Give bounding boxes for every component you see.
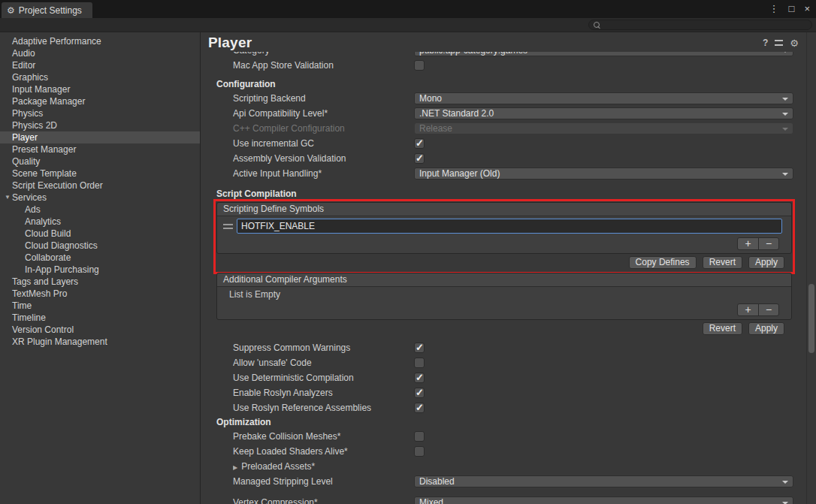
- drag-handle-icon[interactable]: [223, 224, 233, 229]
- compiler-arguments-footer: + −: [217, 302, 791, 319]
- managed-stripping-level-dropdown[interactable]: Disabled: [414, 475, 793, 487]
- maximize-icon[interactable]: □: [789, 3, 795, 14]
- sidebar-item-input-manager[interactable]: Input Manager: [0, 83, 200, 95]
- dropdown-caret-icon: [782, 113, 788, 116]
- panel-header: Player ? ⚙: [201, 32, 806, 52]
- additional-compiler-arguments-section: Additional Compiler Arguments List is Em…: [216, 273, 792, 337]
- sidebar-item-quality[interactable]: Quality: [0, 155, 200, 167]
- scripting-backend-dropdown[interactable]: Mono: [414, 92, 793, 104]
- assembly-version-validation-checkbox[interactable]: [414, 153, 425, 164]
- property-label: Assembly Version Validation: [233, 153, 414, 164]
- dropdown-value: Mono: [419, 93, 442, 104]
- sidebar-item-adaptive-performance[interactable]: Adaptive Performance: [0, 35, 200, 47]
- row-vertex-compression: Vertex Compression* Mixed...: [201, 495, 806, 504]
- sidebar-item-graphics[interactable]: Graphics: [0, 71, 200, 83]
- title-bar: ⚙ Project Settings ⋮ □ ×: [0, 0, 816, 18]
- sidebar-item-version-control[interactable]: Version Control: [0, 324, 200, 336]
- add-define-button[interactable]: +: [738, 238, 758, 249]
- define-symbol-input[interactable]: [237, 219, 782, 234]
- apply-arguments-button[interactable]: Apply: [748, 322, 784, 335]
- api-compatibility-dropdown[interactable]: .NET Standard 2.0: [414, 107, 793, 119]
- use-deterministic-compilation-checkbox[interactable]: [414, 373, 425, 383]
- search-box[interactable]: [588, 20, 812, 30]
- sidebar-item-analytics[interactable]: Analytics: [0, 216, 200, 228]
- dropdown-value: public:app-category:games: [419, 52, 527, 56]
- revert-defines-button[interactable]: Revert: [703, 256, 742, 269]
- mac-app-store-validation-checkbox[interactable]: [414, 60, 425, 71]
- settings-menu-icon[interactable]: ⚙: [790, 38, 799, 49]
- property-label: Keep Loaded Shaders Alive*: [233, 446, 414, 457]
- gear-icon: ⚙: [7, 5, 15, 16]
- sidebar-item-ads[interactable]: Ads: [0, 204, 200, 216]
- scrollable-content: Category public:app-category:games Mac A…: [201, 52, 806, 504]
- sidebar-item-package-manager[interactable]: Package Manager: [0, 95, 200, 107]
- remove-argument-button[interactable]: −: [758, 304, 778, 315]
- row-use-roslyn-reference-assemblies: Use Roslyn Reference Assemblies: [201, 400, 806, 415]
- vertical-scrollbar[interactable]: [806, 32, 816, 504]
- remove-define-button[interactable]: −: [758, 238, 778, 249]
- settings-sidebar: Adaptive Performance Audio Editor Graphi…: [0, 32, 201, 504]
- sidebar-item-services[interactable]: ▼ Services: [0, 192, 200, 204]
- window-menu-icon[interactable]: ⋮: [769, 3, 779, 14]
- allow-unsafe-code-checkbox[interactable]: [414, 358, 425, 368]
- presets-icon[interactable]: [775, 39, 783, 47]
- help-icon[interactable]: ?: [763, 38, 768, 48]
- sidebar-item-physics-2d[interactable]: Physics 2D: [0, 119, 200, 131]
- vertex-compression-dropdown[interactable]: Mixed...: [414, 496, 793, 504]
- sidebar-item-cloud-diagnostics[interactable]: Cloud Diagnostics: [0, 240, 200, 252]
- row-use-deterministic-compilation: Use Deterministic Compilation: [201, 370, 806, 385]
- add-argument-button[interactable]: +: [738, 304, 758, 315]
- sidebar-item-cloud-build[interactable]: Cloud Build: [0, 228, 200, 240]
- close-icon[interactable]: ×: [804, 3, 810, 14]
- tab-project-settings[interactable]: ⚙ Project Settings: [2, 2, 92, 18]
- prebake-collision-meshes-checkbox[interactable]: [414, 431, 425, 442]
- use-roslyn-reference-assemblies-checkbox[interactable]: [414, 403, 425, 413]
- keep-loaded-shaders-alive-checkbox[interactable]: [414, 446, 425, 457]
- sidebar-item-time[interactable]: Time: [0, 300, 200, 312]
- project-settings-window: ⚙ Project Settings ⋮ □ × Adaptive Perfor…: [0, 0, 816, 504]
- use-incremental-gc-checkbox[interactable]: [414, 138, 425, 149]
- row-preloaded-assets[interactable]: ▶Preloaded Assets*: [201, 459, 806, 474]
- row-api-compatibility-level: Api Compatibility Level* .NET Standard 2…: [201, 106, 806, 121]
- page-title: Player: [208, 35, 252, 51]
- sidebar-item-tags-and-layers[interactable]: Tags and Layers: [0, 276, 200, 288]
- sidebar-item-physics[interactable]: Physics: [0, 107, 200, 119]
- property-label: Category: [233, 52, 414, 56]
- cpp-compiler-configuration-dropdown: Release: [414, 122, 793, 134]
- property-label: Use Deterministic Compilation: [233, 373, 414, 383]
- row-allow-unsafe-code: Allow 'unsafe' Code: [201, 355, 806, 370]
- search-icon: [594, 22, 600, 29]
- sidebar-item-scene-template[interactable]: Scene Template: [0, 167, 200, 180]
- sidebar-item-timeline[interactable]: Timeline: [0, 312, 200, 324]
- row-cpp-compiler-configuration: C++ Compiler Configuration Release: [201, 121, 806, 136]
- sidebar-item-player[interactable]: Player: [0, 131, 200, 143]
- sidebar-item-script-execution-order[interactable]: Script Execution Order: [0, 180, 200, 192]
- copy-defines-button[interactable]: Copy Defines: [629, 256, 697, 269]
- sidebar-item-textmesh-pro[interactable]: TextMesh Pro: [0, 288, 200, 300]
- search-input[interactable]: [603, 20, 807, 29]
- apply-defines-button[interactable]: Apply: [748, 256, 784, 269]
- row-scripting-backend: Scripting Backend Mono: [201, 91, 806, 106]
- row-managed-stripping-level: Managed Stripping Level Disabled: [201, 474, 806, 489]
- suppress-common-warnings-checkbox[interactable]: [414, 343, 425, 353]
- row-keep-loaded-shaders-alive: Keep Loaded Shaders Alive*: [201, 444, 806, 459]
- sidebar-item-preset-manager[interactable]: Preset Manager: [0, 143, 200, 155]
- revert-arguments-button[interactable]: Revert: [703, 322, 742, 335]
- empty-list-label: List is Empty: [217, 287, 791, 302]
- sidebar-item-collaborate[interactable]: Collaborate: [0, 252, 200, 264]
- dropdown-caret-icon: [782, 128, 788, 131]
- sidebar-item-xr-plugin-management[interactable]: XR Plugin Management: [0, 336, 200, 348]
- sidebar-item-editor[interactable]: Editor: [0, 59, 200, 71]
- toolbar: [0, 18, 816, 32]
- sidebar-item-audio[interactable]: Audio: [0, 47, 200, 59]
- active-input-handling-dropdown[interactable]: Input Manager (Old): [414, 167, 793, 180]
- category-dropdown[interactable]: public:app-category:games: [414, 52, 793, 56]
- window-controls: ⋮ □ ×: [769, 0, 810, 17]
- sidebar-item-in-app-purchasing[interactable]: In-App Purchasing: [0, 264, 200, 276]
- vertical-scrollbar-thumb[interactable]: [808, 284, 814, 353]
- dropdown-value: Release: [419, 123, 452, 134]
- row-mac-app-store-validation: Mac App Store Validation: [201, 58, 806, 73]
- property-label: Vertex Compression*: [233, 497, 414, 504]
- enable-roslyn-analyzers-checkbox[interactable]: [414, 388, 425, 398]
- property-label: Allow 'unsafe' Code: [233, 358, 414, 368]
